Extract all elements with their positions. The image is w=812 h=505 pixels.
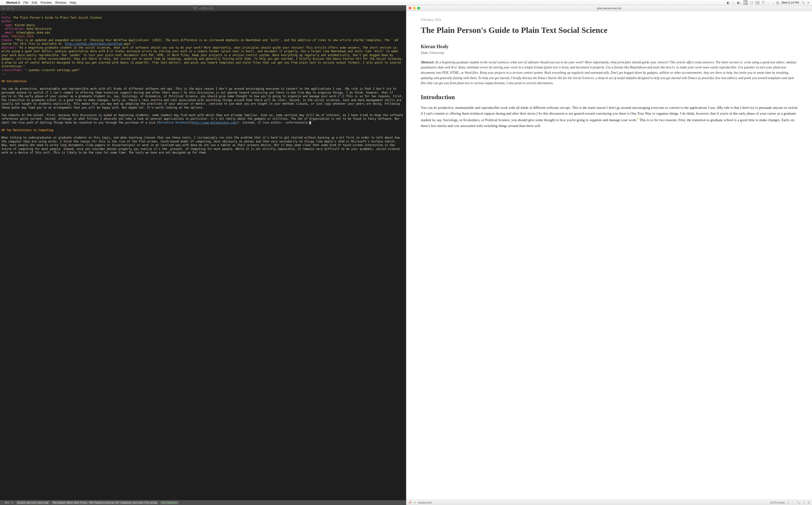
emacs-editor[interactable]: --- title: The Plain Person's Guide to P…: [0, 11, 406, 500]
battery-percent: 72%3:58: [743, 0, 748, 5]
gear-icon[interactable]: ⚙: [807, 501, 810, 504]
body-paragraph: You can do productive, maintainable and …: [421, 105, 798, 129]
menu-window[interactable]: Window: [55, 1, 66, 4]
wifi-icon[interactable]: ⨀: [776, 1, 779, 4]
status-wordcount[interactable]: 8,679 words: [770, 501, 785, 504]
zoom-button[interactable]: [11, 7, 14, 10]
list-icon[interactable]: ⋮: [791, 501, 794, 504]
spotlight-icon[interactable]: 🔍: [801, 1, 805, 4]
battery-icon[interactable]: ▮▯: [737, 1, 741, 4]
menubar-clock[interactable]: Wed 8:14 PM: [782, 1, 799, 4]
search-icon[interactable]: 🔍: [797, 501, 800, 504]
doc-title: The Plain Person's Guide to Plain Text S…: [421, 25, 798, 35]
modeline-left: - 66k U:: [1, 501, 14, 504]
abstract-label: Abstract:: [421, 60, 435, 64]
heading-introduction: Introduction: [421, 94, 798, 101]
doc-affiliation: Duke University: [421, 51, 798, 55]
menu-edit[interactable]: Edit: [32, 1, 37, 4]
menuextra-icon[interactable]: ◧: [727, 1, 730, 4]
emacs-title: *R* — (118 x 62): [193, 7, 213, 10]
doc-author: Kieran Healy: [421, 44, 798, 49]
toc-icon[interactable]: ≡: [787, 501, 789, 504]
modeline-git[interactable]: Git:master: [160, 501, 178, 504]
menu-help[interactable]: Help: [70, 1, 76, 4]
marked-preview[interactable]: February 2016 The Plain Person's Guide t…: [406, 11, 812, 500]
marked-window: plain-person-text.md February 2016 The P…: [406, 5, 812, 505]
doc-date: February 2016: [421, 18, 798, 22]
doc-abstract: Abstract: As a beginning graduate studen…: [421, 60, 798, 86]
menu-preview[interactable]: Preview: [41, 1, 52, 4]
tag-icon[interactable]: ▾: [414, 501, 416, 504]
info-icon[interactable]: ⓘ: [762, 0, 765, 5]
status-font[interactable]: kultiad-serif: [418, 501, 432, 504]
more-icon[interactable]: ···: [767, 1, 770, 4]
zoom-button[interactable]: [418, 7, 420, 9]
marked-titlebar[interactable]: plain-person-text.md: [406, 5, 812, 11]
app-name[interactable]: Marked 2: [6, 1, 20, 4]
marked-statusbar: 📌 ▾ kultiad-serif 8,679 words ≡ ⋮ 🔍 ⇪ ⚙: [406, 500, 812, 505]
emacs-window: *R* — (118 x 62) --- title: The Plain Pe…: [0, 5, 406, 505]
pin-icon[interactable]: 📌: [408, 501, 412, 504]
calendar-icon[interactable]: 24: [756, 1, 759, 4]
display-icon[interactable]: 🖵: [750, 1, 753, 4]
notification-center-icon[interactable]: ≡: [807, 1, 809, 4]
minimize-button[interactable]: [7, 7, 9, 10]
emacs-titlebar[interactable]: *R* — (118 x 62): [0, 5, 406, 11]
text-cursor: [309, 121, 311, 124]
modeline-mode[interactable]: Markdown ARev Ref FlyC- PM Pandoc/native…: [51, 501, 158, 504]
marked-title: plain-person-text.md: [597, 7, 621, 10]
emacs-modeline[interactable]: - 66k U: plain-person-text.md Markdown A…: [0, 500, 406, 505]
menu-file[interactable]: File: [23, 1, 28, 4]
close-button[interactable]: [409, 7, 411, 9]
minimize-button[interactable]: [413, 7, 416, 9]
macos-menubar: Marked 2 File Edit Preview Window Help ◧…: [0, 0, 812, 5]
share-icon[interactable]: ⇪: [803, 501, 805, 504]
bluetooth-icon[interactable]: ⌵: [772, 1, 774, 4]
modeline-file[interactable]: plain-person-text.md: [16, 501, 49, 504]
close-button[interactable]: [2, 7, 5, 10]
dropbox-icon[interactable]: ⬚: [732, 1, 735, 4]
